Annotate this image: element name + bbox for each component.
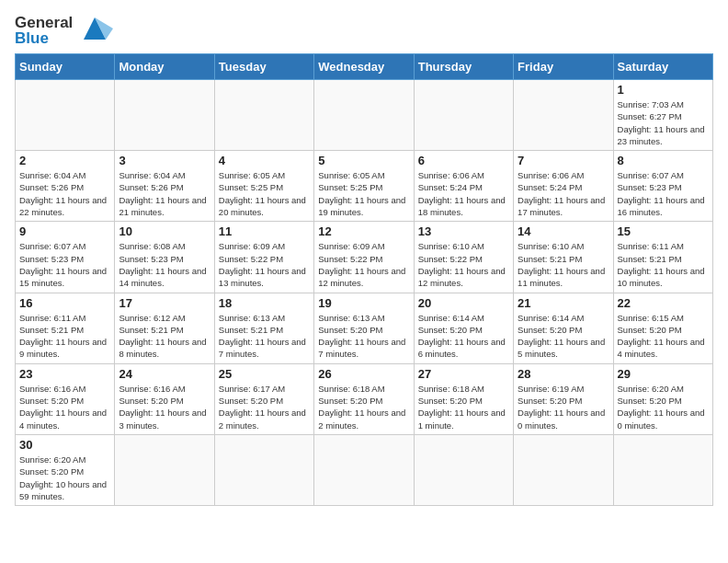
calendar-cell: 20Sunrise: 6:14 AM Sunset: 5:20 PM Dayli… xyxy=(414,293,513,363)
weekday-header-row: SundayMondayTuesdayWednesdayThursdayFrid… xyxy=(16,54,713,80)
day-number: 10 xyxy=(119,224,210,238)
day-number: 5 xyxy=(318,154,409,167)
calendar-cell: 8Sunrise: 6:07 AM Sunset: 5:23 PM Daylig… xyxy=(613,151,712,222)
calendar-cell: 19Sunrise: 6:13 AM Sunset: 5:20 PM Dayli… xyxy=(314,293,414,363)
day-number: 2 xyxy=(19,154,110,167)
calendar-cell: 24Sunrise: 6:16 AM Sunset: 5:20 PM Dayli… xyxy=(115,363,214,434)
calendar-cell: 23Sunrise: 6:16 AM Sunset: 5:20 PM Dayli… xyxy=(16,363,115,434)
calendar-cell xyxy=(414,80,513,151)
day-info: Sunrise: 6:05 AM Sunset: 5:25 PM Dayligh… xyxy=(219,169,310,218)
day-info: Sunrise: 7:03 AM Sunset: 6:27 PM Dayligh… xyxy=(618,98,709,147)
calendar-cell xyxy=(514,80,613,151)
day-info: Sunrise: 6:17 AM Sunset: 5:20 PM Dayligh… xyxy=(219,383,310,431)
day-info: Sunrise: 6:12 AM Sunset: 5:21 PM Dayligh… xyxy=(119,312,210,361)
day-number: 15 xyxy=(618,224,709,238)
day-info: Sunrise: 6:09 AM Sunset: 5:22 PM Dayligh… xyxy=(318,240,409,289)
calendar-cell: 22Sunrise: 6:15 AM Sunset: 5:20 PM Dayli… xyxy=(613,293,712,363)
day-info: Sunrise: 6:13 AM Sunset: 5:21 PM Dayligh… xyxy=(219,312,310,361)
calendar-row: 2Sunrise: 6:04 AM Sunset: 5:26 PM Daylig… xyxy=(16,151,713,222)
calendar-cell xyxy=(214,80,313,151)
calendar-cell xyxy=(613,434,712,505)
calendar-cell: 30Sunrise: 6:20 AM Sunset: 5:20 PM Dayli… xyxy=(16,434,115,505)
calendar-cell: 14Sunrise: 6:10 AM Sunset: 5:21 PM Dayli… xyxy=(514,222,613,293)
day-info: Sunrise: 6:07 AM Sunset: 5:23 PM Dayligh… xyxy=(618,169,709,218)
day-number: 20 xyxy=(418,296,509,310)
logo-blue: Blue xyxy=(15,30,73,46)
calendar-cell: 2Sunrise: 6:04 AM Sunset: 5:26 PM Daylig… xyxy=(16,151,115,222)
day-info: Sunrise: 6:07 AM Sunset: 5:23 PM Dayligh… xyxy=(19,240,110,289)
day-number: 14 xyxy=(518,224,609,238)
calendar-row: 9Sunrise: 6:07 AM Sunset: 5:23 PM Daylig… xyxy=(16,222,713,293)
logo: General Blue xyxy=(15,15,113,46)
weekday-header-tuesday: Tuesday xyxy=(214,54,313,80)
day-number: 22 xyxy=(618,296,709,310)
calendar-row: 16Sunrise: 6:11 AM Sunset: 5:21 PM Dayli… xyxy=(16,293,713,363)
calendar-cell: 28Sunrise: 6:19 AM Sunset: 5:20 PM Dayli… xyxy=(514,363,613,434)
day-info: Sunrise: 6:06 AM Sunset: 5:24 PM Dayligh… xyxy=(518,169,609,218)
day-info: Sunrise: 6:04 AM Sunset: 5:26 PM Dayligh… xyxy=(19,169,110,218)
day-number: 28 xyxy=(518,367,609,381)
calendar-cell xyxy=(16,80,115,151)
calendar-cell xyxy=(115,434,214,505)
day-info: Sunrise: 6:10 AM Sunset: 5:21 PM Dayligh… xyxy=(518,240,609,289)
day-number: 23 xyxy=(19,367,110,381)
calendar-row: 30Sunrise: 6:20 AM Sunset: 5:20 PM Dayli… xyxy=(16,434,713,505)
day-number: 17 xyxy=(119,296,210,310)
calendar-cell: 21Sunrise: 6:14 AM Sunset: 5:20 PM Dayli… xyxy=(514,293,613,363)
day-number: 19 xyxy=(318,296,409,310)
day-number: 4 xyxy=(219,154,310,167)
day-number: 26 xyxy=(318,367,409,381)
calendar-cell: 10Sunrise: 6:08 AM Sunset: 5:23 PM Dayli… xyxy=(115,222,214,293)
day-number: 30 xyxy=(19,438,110,452)
day-number: 25 xyxy=(219,367,310,381)
day-info: Sunrise: 6:20 AM Sunset: 5:20 PM Dayligh… xyxy=(19,454,110,502)
calendar-cell xyxy=(115,80,214,151)
weekday-header-wednesday: Wednesday xyxy=(314,54,414,80)
day-info: Sunrise: 6:15 AM Sunset: 5:20 PM Dayligh… xyxy=(618,312,709,361)
calendar-cell: 25Sunrise: 6:17 AM Sunset: 5:20 PM Dayli… xyxy=(214,363,313,434)
calendar-cell xyxy=(314,434,414,505)
day-info: Sunrise: 6:18 AM Sunset: 5:20 PM Dayligh… xyxy=(318,383,409,431)
calendar-cell: 16Sunrise: 6:11 AM Sunset: 5:21 PM Dayli… xyxy=(16,293,115,363)
weekday-header-thursday: Thursday xyxy=(414,54,513,80)
day-number: 29 xyxy=(618,367,709,381)
day-number: 11 xyxy=(219,224,310,238)
day-info: Sunrise: 6:14 AM Sunset: 5:20 PM Dayligh… xyxy=(418,312,509,361)
day-number: 27 xyxy=(418,367,509,381)
calendar-cell: 13Sunrise: 6:10 AM Sunset: 5:22 PM Dayli… xyxy=(414,222,513,293)
weekday-header-monday: Monday xyxy=(115,54,214,80)
day-number: 7 xyxy=(518,154,609,167)
day-info: Sunrise: 6:11 AM Sunset: 5:21 PM Dayligh… xyxy=(618,240,709,289)
calendar-cell: 1Sunrise: 7:03 AM Sunset: 6:27 PM Daylig… xyxy=(613,80,712,151)
calendar-cell: 29Sunrise: 6:20 AM Sunset: 5:20 PM Dayli… xyxy=(613,363,712,434)
calendar-cell: 18Sunrise: 6:13 AM Sunset: 5:21 PM Dayli… xyxy=(214,293,313,363)
day-number: 9 xyxy=(19,224,110,238)
calendar-row: 1Sunrise: 7:03 AM Sunset: 6:27 PM Daylig… xyxy=(16,80,713,151)
day-number: 3 xyxy=(119,154,210,167)
calendar-cell: 7Sunrise: 6:06 AM Sunset: 5:24 PM Daylig… xyxy=(514,151,613,222)
day-info: Sunrise: 6:18 AM Sunset: 5:20 PM Dayligh… xyxy=(418,383,509,431)
day-info: Sunrise: 6:08 AM Sunset: 5:23 PM Dayligh… xyxy=(119,240,210,289)
day-info: Sunrise: 6:11 AM Sunset: 5:21 PM Dayligh… xyxy=(19,312,110,361)
calendar-cell xyxy=(314,80,414,151)
day-number: 12 xyxy=(318,224,409,238)
logo-general: General xyxy=(15,15,73,30)
day-info: Sunrise: 6:06 AM Sunset: 5:24 PM Dayligh… xyxy=(418,169,509,218)
header: General Blue xyxy=(15,15,713,46)
day-number: 8 xyxy=(618,154,709,167)
day-info: Sunrise: 6:05 AM Sunset: 5:25 PM Dayligh… xyxy=(318,169,409,218)
day-number: 1 xyxy=(618,83,709,97)
day-info: Sunrise: 6:13 AM Sunset: 5:20 PM Dayligh… xyxy=(318,312,409,361)
calendar-cell xyxy=(414,434,513,505)
calendar-cell: 5Sunrise: 6:05 AM Sunset: 5:25 PM Daylig… xyxy=(314,151,414,222)
calendar-cell: 12Sunrise: 6:09 AM Sunset: 5:22 PM Dayli… xyxy=(314,222,414,293)
day-info: Sunrise: 6:16 AM Sunset: 5:20 PM Dayligh… xyxy=(19,383,110,431)
day-number: 18 xyxy=(219,296,310,310)
calendar-cell: 15Sunrise: 6:11 AM Sunset: 5:21 PM Dayli… xyxy=(613,222,712,293)
calendar-cell: 27Sunrise: 6:18 AM Sunset: 5:20 PM Dayli… xyxy=(414,363,513,434)
day-number: 24 xyxy=(119,367,210,381)
day-info: Sunrise: 6:19 AM Sunset: 5:20 PM Dayligh… xyxy=(518,383,609,431)
calendar-cell: 26Sunrise: 6:18 AM Sunset: 5:20 PM Dayli… xyxy=(314,363,414,434)
day-number: 6 xyxy=(418,154,509,167)
calendar-cell xyxy=(514,434,613,505)
